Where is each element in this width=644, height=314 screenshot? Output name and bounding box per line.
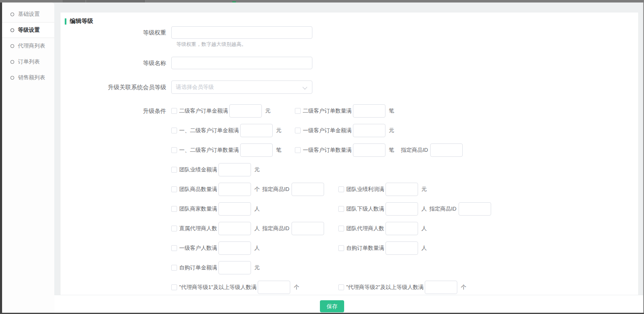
- condition: "代理商等级1"及以上等级人数满 个: [171, 281, 338, 294]
- condition-value-input[interactable]: [385, 202, 418, 216]
- condition-value-input[interactable]: [385, 222, 418, 235]
- checkbox[interactable]: [171, 265, 177, 271]
- checkbox[interactable]: [171, 167, 177, 173]
- checkbox[interactable]: [295, 128, 301, 133]
- condition-row: 一、二级客户订单数量满 笔 一级客户订单数量满 笔 指定商品ID: [171, 143, 491, 157]
- product-id-label: 指定商品ID: [401, 146, 428, 154]
- checkbox[interactable]: [171, 147, 177, 153]
- condition-value-input[interactable]: [218, 261, 251, 274]
- product-id-input[interactable]: [292, 183, 324, 196]
- form-row-weight: 等级权重: [61, 26, 638, 39]
- sidebar: 基础设置 等级设置 代理商列表 订单列表 销售额列表: [2, 3, 54, 313]
- condition-label: 团队商品数量满: [179, 186, 217, 193]
- sidebar-item-label: 等级设置: [18, 26, 40, 34]
- checkbox[interactable]: [338, 284, 344, 290]
- condition-label: 一级客户人数满: [179, 244, 217, 252]
- unit-suffix: 笔: [276, 146, 281, 154]
- condition-label: 直属代理商人数: [179, 225, 217, 232]
- condition-label: 一、二级客户订单金额满: [179, 127, 239, 134]
- condition-row: 直属代理商人数 人 指定商品ID 团队代理商人数 人: [171, 222, 491, 235]
- checkbox[interactable]: [171, 284, 177, 290]
- condition: 自购订单金额满 元: [171, 261, 260, 274]
- checkbox[interactable]: [295, 147, 301, 153]
- condition-label: 二级客户订单数量满: [303, 107, 352, 115]
- weight-hint: 等级权重，数字越大级别越高。: [176, 41, 638, 48]
- condition-label: 团队代理商人数: [346, 225, 384, 232]
- condition-value-input[interactable]: [353, 104, 385, 118]
- unit-suffix: 人: [254, 225, 260, 232]
- condition-value-input[interactable]: [218, 241, 251, 255]
- member-level-select[interactable]: 请选择会员等级: [171, 80, 312, 94]
- sidebar-item-label: 代理商列表: [18, 42, 45, 50]
- unit-suffix: 元: [389, 127, 394, 134]
- condition-value-input[interactable]: [229, 104, 262, 118]
- checkbox[interactable]: [171, 226, 177, 231]
- condition-label: 二级客户订单金额满: [179, 107, 228, 115]
- condition-value-input[interactable]: [353, 124, 385, 137]
- condition-value-input[interactable]: [385, 241, 418, 255]
- radio-circle-icon: [10, 28, 14, 32]
- condition-label: 自购订单金额满: [179, 264, 217, 271]
- checkbox[interactable]: [171, 128, 177, 133]
- product-id-label: 指定商品ID: [429, 205, 456, 213]
- condition-value-input[interactable]: [218, 183, 251, 196]
- condition: 团队代理商人数 人: [338, 222, 427, 235]
- condition-value-input[interactable]: [240, 143, 273, 157]
- condition: 二级客户订单数量满 笔: [295, 104, 394, 118]
- checkbox[interactable]: [171, 108, 177, 114]
- app-window: 基础设置 等级设置 代理商列表 订单列表 销售额列表 编辑等级 等级权重: [0, 0, 644, 314]
- condition: "代理商等级2"及以上等级人数满 个: [338, 281, 466, 294]
- unit-suffix: 人: [254, 244, 260, 252]
- checkbox[interactable]: [295, 108, 301, 114]
- condition: 一级客户人数满 人: [171, 241, 338, 255]
- checkbox[interactable]: [171, 206, 177, 212]
- sidebar-item-agent-list[interactable]: 代理商列表: [2, 38, 54, 54]
- product-id-input[interactable]: [459, 202, 491, 216]
- condition-value-input[interactable]: [218, 202, 251, 216]
- form-footer: [54, 295, 643, 313]
- condition-row: 一级客户人数满 人 自购订单数量满 人: [171, 241, 491, 255]
- member-level-label: 升级关联系统会员等级: [61, 80, 171, 94]
- name-input[interactable]: [171, 57, 312, 69]
- condition-label: "代理商等级1"及以上等级人数满: [179, 284, 256, 291]
- checkbox[interactable]: [338, 226, 344, 231]
- chevron-down-icon: [302, 85, 307, 89]
- condition-value-input[interactable]: [385, 183, 418, 196]
- product-id-input[interactable]: [430, 143, 463, 157]
- accent-bar: [65, 18, 66, 25]
- unit-suffix: 元: [254, 264, 260, 271]
- sidebar-item-level-settings[interactable]: 等级设置: [2, 22, 54, 38]
- checkbox[interactable]: [338, 186, 344, 192]
- condition: 直属代理商人数 人 指定商品ID: [171, 222, 338, 235]
- condition-row: 团队商家数量满 人 团队下级人数满 人 指定商品ID: [171, 202, 491, 216]
- condition-value-input[interactable]: [218, 163, 251, 176]
- unit-suffix: 元: [421, 186, 427, 193]
- member-level-placeholder: 请选择会员等级: [176, 83, 214, 91]
- checkbox[interactable]: [338, 245, 344, 251]
- edit-level-form: 等级权重 等级权重，数字越大级别越高。 等级名称 升级关联系统会员等级 请选择会…: [61, 26, 638, 300]
- sidebar-item-sales-list[interactable]: 销售额列表: [2, 70, 54, 85]
- condition-value-input[interactable]: [258, 281, 290, 294]
- save-button[interactable]: 保存: [320, 300, 344, 312]
- sidebar-item-basic-settings[interactable]: 基础设置: [2, 6, 54, 22]
- sidebar-item-order-list[interactable]: 订单列表: [2, 54, 54, 70]
- weight-input[interactable]: [171, 26, 312, 39]
- product-id-label: 指定商品ID: [262, 186, 289, 193]
- condition: 一、二级客户订单金额满 元: [171, 124, 295, 137]
- checkbox[interactable]: [171, 186, 177, 192]
- form-row-member-level: 升级关联系统会员等级 请选择会员等级: [61, 80, 638, 94]
- condition-value-input[interactable]: [218, 222, 251, 235]
- condition-value-input[interactable]: [240, 124, 273, 137]
- radio-circle-icon: [10, 13, 14, 16]
- name-label: 等级名称: [61, 57, 171, 69]
- condition: 一级客户订单金额满 元: [295, 124, 394, 137]
- checkbox[interactable]: [171, 245, 177, 251]
- product-id-input[interactable]: [292, 222, 324, 235]
- condition: 二级客户订单金额满 元: [171, 104, 295, 118]
- tab-separator: [86, 0, 86, 3]
- sidebar-item-label: 订单列表: [18, 58, 40, 65]
- condition-value-input[interactable]: [425, 281, 457, 294]
- condition-value-input[interactable]: [353, 143, 385, 157]
- unit-suffix: 元: [254, 166, 260, 173]
- checkbox[interactable]: [338, 206, 344, 212]
